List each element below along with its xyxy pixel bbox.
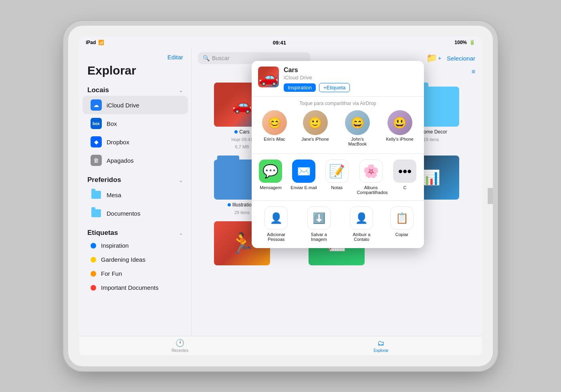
home-decor-name: Home Decor — [420, 129, 447, 135]
explorar-label: Explorar — [373, 348, 388, 353]
jane-avatar-image: 🙂 — [303, 110, 328, 135]
more-label: C — [404, 185, 407, 190]
app-notes[interactable]: 📝 Notas — [325, 160, 349, 195]
status-bar: iPad 📶 09:41 100% 🔋 — [79, 37, 482, 48]
photos-label: Álbuns Compartilhados — [357, 185, 385, 195]
explorar-icon: 🗂 — [377, 339, 385, 348]
person-erin[interactable]: 😊 Erin's iMac — [262, 110, 287, 146]
box-icon: box — [91, 118, 102, 129]
action-save-image[interactable]: ⬇️ Salvar a Imagem — [305, 206, 333, 242]
john-avatar: 😄 — [345, 110, 370, 135]
sidebar: Editar Explorar Locais ⌄ ☁ iCloud Drive … — [79, 48, 192, 336]
search-icon: 🔍 — [203, 55, 210, 61]
apps-section: 💬 Mensagem ✉️ Enviar E-mail 📝 Notas — [252, 154, 424, 200]
locais-title: Locais — [87, 86, 109, 94]
mail-icon: ✉️ — [292, 160, 315, 183]
sidebar-item-icloud[interactable]: ☁ iCloud Drive — [83, 96, 188, 114]
preferidos-chevron: ⌄ — [179, 177, 183, 183]
home-button[interactable] — [488, 188, 493, 204]
cars-name: Cars — [239, 129, 249, 135]
photos-icon: 🌸 — [359, 160, 383, 183]
share-tag-inspiration[interactable]: Inspiration — [284, 83, 316, 92]
share-thumbnail — [258, 67, 279, 87]
more-symbol: ••• — [398, 164, 412, 179]
mail-label: Enviar E-mail — [291, 185, 317, 190]
action-copy[interactable]: 📋 Copiar — [390, 206, 414, 242]
forfun-dot — [91, 271, 96, 277]
sidebar-item-inspiration[interactable]: Inspiration — [83, 238, 188, 253]
app-messages[interactable]: 💬 Mensagem — [259, 160, 282, 195]
assign-contact-symbol: 👤 — [355, 212, 368, 224]
search-placeholder: Buscar — [212, 55, 230, 61]
sidebar-header: Editar — [79, 48, 191, 64]
important-label: Important Documents — [101, 284, 158, 291]
status-left: iPad 📶 — [86, 40, 104, 45]
john-name: John's MacBook — [343, 137, 371, 146]
airdrop-section: Toque para compartilhar via AirDrop 😊 Er… — [252, 96, 424, 154]
tab-explorar[interactable]: 🗂 Explorar — [280, 339, 482, 353]
airdrop-hint: Toque para compartilhar via AirDrop — [252, 101, 424, 106]
sidebar-item-gardening[interactable]: Gardening Ideas — [83, 253, 188, 267]
add-tag-button[interactable]: +Etiqueta — [319, 83, 350, 92]
person-kelly[interactable]: 😃 Kelly's iPhone — [386, 110, 414, 146]
edit-button[interactable]: Editar — [167, 54, 183, 61]
tab-recentes[interactable]: 🕐 Recentes — [79, 339, 280, 353]
cars-dot — [234, 130, 238, 133]
action-assign-contact[interactable]: 👤 Atribuir a Contato — [347, 206, 375, 242]
john-avatar-image: 😄 — [345, 110, 370, 135]
jane-avatar: 🙂 — [303, 110, 328, 135]
sidebar-item-mesa[interactable]: Mesa — [83, 186, 188, 204]
sidebar-item-important[interactable]: Important Documents — [83, 281, 188, 295]
kelly-avatar: 😃 — [387, 110, 412, 135]
locais-chevron: ⌄ — [179, 87, 183, 93]
illustrations-dot — [228, 203, 231, 206]
locais-section-header: Locais ⌄ — [79, 84, 191, 96]
app-mail[interactable]: ✉️ Enviar E-mail — [291, 160, 317, 195]
copy-icon: 📋 — [390, 206, 414, 230]
person-jane[interactable]: 🙂 Jane's iPhone — [301, 110, 329, 146]
share-header: Cars iCloud Drive Inspiration +Etiqueta — [252, 61, 424, 96]
illustrations-meta: 29 itens — [234, 210, 250, 215]
sidebar-item-forfun[interactable]: For Fun — [83, 267, 188, 281]
dropbox-icon: ◆ — [91, 136, 102, 148]
important-dot — [91, 285, 96, 291]
add-people-label: Adicionar Pessoas — [262, 232, 290, 242]
copy-symbol: 📋 — [396, 212, 408, 224]
sidebar-item-dropbox[interactable]: ◆ Dropbox — [83, 133, 188, 151]
device-label: iPad — [86, 40, 96, 45]
app-more[interactable]: ••• C — [393, 160, 416, 195]
icloud-label: iCloud Drive — [107, 102, 139, 109]
actions-section: 👤 Adicionar Pessoas ⬇️ Salvar a Imagem 👤… — [252, 200, 424, 248]
share-info: Cars iCloud Drive Inspiration +Etiqueta — [284, 67, 418, 92]
mail-symbol: ✉️ — [297, 165, 311, 178]
tab-bar: 🕐 Recentes 🗂 Explorar — [79, 336, 482, 355]
person-john[interactable]: 😄 John's MacBook — [343, 110, 371, 146]
preferidos-section-header: Preferidos ⌄ — [79, 174, 191, 186]
selecionar-button[interactable]: Selecionar — [447, 55, 475, 62]
new-folder-button[interactable]: 📁 + — [426, 53, 441, 63]
sidebar-item-box[interactable]: box Box — [83, 114, 188, 133]
list-view-button[interactable]: ≡ — [472, 68, 475, 75]
header-actions: 📁 + Selecionar — [426, 53, 475, 63]
mesa-label: Mesa — [107, 192, 121, 198]
folder-plus-icon: 📁 — [426, 53, 437, 63]
app-photos[interactable]: 🌸 Álbuns Compartilhados — [357, 160, 385, 195]
sidebar-item-apagados[interactable]: 🗑 Apagados — [83, 151, 188, 170]
assign-contact-label: Atribuir a Contato — [347, 232, 375, 242]
share-subtitle: iCloud Drive — [284, 75, 418, 81]
erin-avatar-image: 😊 — [262, 110, 287, 135]
home-decor-meta: 19 itens — [424, 137, 439, 142]
battery-icon: 🔋 — [469, 40, 475, 45]
sidebar-item-documentos[interactable]: Documentos — [83, 204, 188, 222]
share-overlay: Cars iCloud Drive Inspiration +Etiqueta … — [252, 61, 424, 248]
action-add-people[interactable]: 👤 Adicionar Pessoas — [262, 206, 290, 242]
messages-symbol: 💬 — [262, 164, 278, 179]
notes-label: Notas — [331, 185, 343, 190]
ipad-frame: iPad 📶 09:41 100% 🔋 Editar Explorar Loca… — [68, 26, 493, 366]
status-time: 09:41 — [273, 40, 286, 46]
etiquetas-chevron: ⌄ — [179, 230, 183, 236]
photos-symbol: 🌸 — [363, 164, 379, 179]
assign-contact-icon: 👤 — [350, 206, 373, 230]
notes-icon: 📝 — [325, 160, 349, 183]
share-title: Cars — [284, 67, 418, 74]
